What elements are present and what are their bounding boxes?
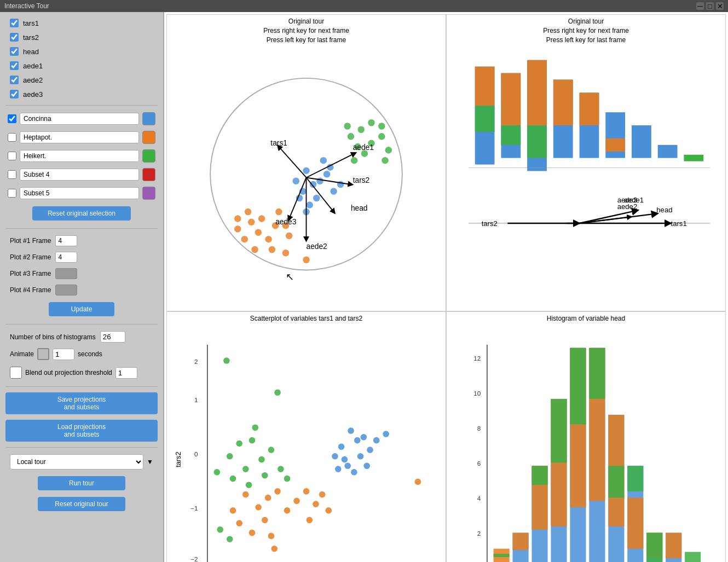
subset-concinna-color[interactable]: [142, 112, 155, 125]
blend-checkbox[interactable]: [10, 367, 22, 379]
svg-point-127: [236, 520, 242, 526]
animate-seconds-label: seconds: [78, 350, 102, 358]
close-button[interactable]: ✕: [716, 2, 724, 10]
top-left-plot[interactable]: aede1 tars2 tars1 head aede2 aede3 ↖: [169, 47, 443, 309]
svg-text:tars1: tars1: [270, 139, 287, 147]
svg-text:head: head: [656, 206, 672, 214]
blend-row: Blend out projection threshold: [5, 364, 158, 381]
svg-text:aede3: aede3: [617, 196, 637, 204]
reset-selection-button[interactable]: Reset original selection: [32, 206, 131, 221]
svg-point-109: [348, 427, 354, 434]
bottom-right-plot[interactable]: 0 2 4 6 8 10 12 head: [449, 326, 723, 562]
svg-point-128: [249, 530, 256, 536]
subset-heptapot-color[interactable]: [142, 131, 155, 144]
svg-text:8: 8: [477, 425, 481, 432]
app-title: Interactive Tour: [4, 2, 49, 10]
svg-point-123: [255, 504, 262, 511]
run-tour-button[interactable]: Run tour: [38, 476, 125, 490]
blend-input[interactable]: [115, 367, 137, 379]
main-content: Original tour Press right key for next f…: [164, 12, 728, 562]
top-left-panel: Original tour Press right key for next f…: [166, 14, 446, 311]
window-controls: ─ □ ✕: [696, 2, 724, 10]
subset-heikert-checkbox[interactable]: [8, 152, 16, 160]
svg-rect-77: [469, 175, 717, 286]
reset-tour-button[interactable]: Reset original tour: [38, 497, 125, 511]
svg-point-117: [373, 437, 380, 444]
var-head-checkbox[interactable]: [10, 47, 19, 56]
subset-concinna-input[interactable]: [20, 113, 139, 125]
svg-text:1: 1: [194, 396, 198, 403]
var-tars1-checkbox[interactable]: [10, 19, 19, 27]
svg-point-148: [262, 472, 268, 479]
subset-5-input[interactable]: [20, 187, 139, 199]
svg-point-147: [242, 466, 249, 472]
subset-heptapot-input[interactable]: [20, 131, 139, 143]
subset-concinna-row: [5, 111, 158, 126]
svg-point-7: [313, 195, 320, 202]
minimize-button[interactable]: ─: [696, 2, 704, 10]
bins-input[interactable]: [100, 331, 125, 343]
svg-point-32: [357, 126, 365, 134]
animate-checkbox[interactable]: [37, 348, 49, 360]
svg-point-156: [227, 536, 233, 543]
svg-rect-189: [627, 466, 643, 491]
bottom-left-plot[interactable]: 2 1 0 −1 −2 −2.0 −1.5 −1.0 −0.5 0.0 0.5 …: [169, 326, 443, 562]
svg-point-31: [303, 257, 310, 264]
tour-select-row: Local tour Grand tour Little tour ▼: [5, 453, 158, 471]
subset-4-input[interactable]: [20, 169, 139, 181]
svg-rect-177: [551, 399, 567, 463]
tour-svg: aede1 tars2 tars1 head aede2 aede3 ↖: [169, 47, 443, 309]
save-projections-button[interactable]: Save projectionsand subsets: [5, 392, 158, 414]
update-button[interactable]: Update: [49, 302, 114, 316]
subset-4-checkbox[interactable]: [8, 170, 16, 179]
subset-4-row: [5, 167, 158, 182]
load-projections-button[interactable]: Load projectionsand subsets: [5, 420, 158, 442]
svg-text:aede1: aede1: [353, 144, 374, 152]
var-tars2-checkbox[interactable]: [10, 33, 19, 42]
svg-point-23: [275, 208, 282, 216]
maximize-button[interactable]: □: [706, 2, 714, 10]
subset-4-color[interactable]: [142, 168, 155, 181]
animate-seconds-input[interactable]: [53, 349, 74, 360]
svg-rect-62: [501, 73, 521, 125]
svg-text:2: 2: [194, 358, 198, 365]
svg-point-130: [268, 533, 275, 540]
svg-text:0: 0: [194, 450, 198, 457]
subset-5-checkbox[interactable]: [8, 189, 16, 198]
top-right-plot[interactable]: tars2 tars1 head aede1 aede2 aede3: [449, 47, 723, 309]
svg-point-116: [351, 469, 357, 476]
svg-rect-63: [501, 125, 521, 145]
svg-point-16: [255, 229, 262, 236]
bottom-right-title: Histogram of variable head: [547, 314, 625, 323]
svg-point-149: [230, 476, 236, 482]
svg-point-126: [274, 488, 281, 495]
plot4-frame-disabled: [55, 285, 77, 296]
svg-point-125: [230, 507, 236, 514]
app-window: Interactive Tour ─ □ ✕ tars1 tars2 head: [0, 0, 728, 562]
subset-concinna-checkbox[interactable]: [8, 114, 16, 123]
subset-heptapot-checkbox[interactable]: [8, 133, 16, 142]
var-tars1-row: tars1: [5, 18, 158, 28]
plot1-frame-input[interactable]: [55, 235, 77, 246]
svg-point-113: [332, 453, 338, 460]
svg-text:↖: ↖: [286, 272, 294, 283]
svg-text:6: 6: [477, 460, 481, 467]
svg-point-152: [284, 476, 291, 482]
plot2-frame-input[interactable]: [55, 252, 77, 263]
var-aede3-checkbox[interactable]: [10, 90, 19, 99]
tour-type-select[interactable]: Local tour Grand tour Little tour: [10, 454, 143, 470]
var-tars2-label: tars2: [23, 33, 39, 42]
var-aede2-checkbox[interactable]: [10, 76, 19, 84]
svg-point-108: [338, 444, 345, 450]
subset-heikert-color[interactable]: [142, 149, 155, 163]
svg-point-138: [415, 479, 421, 485]
svg-point-111: [342, 456, 348, 463]
plot1-frame-label: Plot #1 Frame: [10, 237, 51, 245]
svg-text:−2: −2: [190, 555, 198, 562]
subset-5-color[interactable]: [142, 187, 155, 200]
var-aede1-checkbox[interactable]: [10, 61, 19, 70]
svg-rect-70: [580, 93, 599, 126]
subset-heikert-input[interactable]: [20, 150, 139, 162]
svg-point-145: [258, 456, 265, 463]
svg-point-17: [248, 219, 255, 226]
